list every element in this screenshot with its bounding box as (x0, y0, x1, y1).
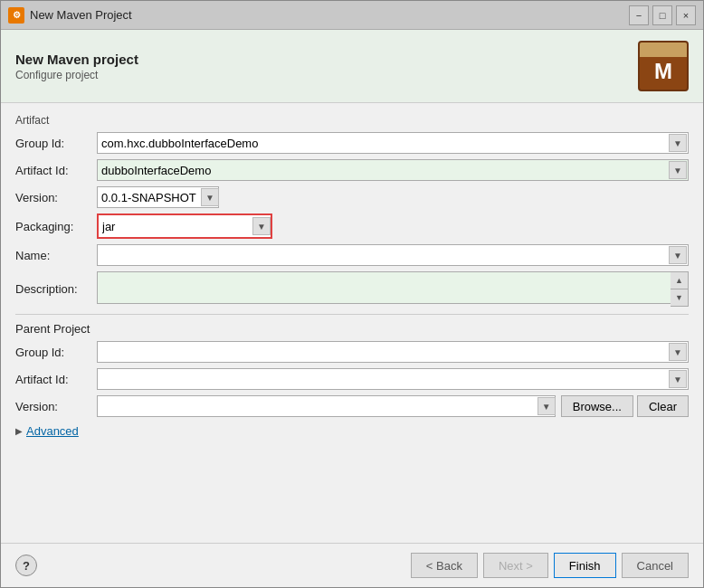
parent-version-label: Version: (15, 400, 97, 413)
group-id-label: Group Id: (15, 137, 97, 150)
advanced-link[interactable]: Advanced (26, 424, 79, 438)
artifact-id-label: Artifact Id: (15, 164, 97, 177)
parent-group-id-input-wrap: ▼ (97, 341, 689, 363)
next-button[interactable]: Next > (483, 553, 548, 578)
group-id-input-wrap: ▼ (97, 132, 689, 154)
title-bar: ⚙ New Maven Project − □ × (1, 1, 703, 30)
parent-artifact-id-dropdown-arrow[interactable]: ▼ (669, 370, 687, 388)
packaging-row: Packaging: jar war pom ear ▼ (15, 213, 689, 239)
description-arrows: ▲ ▼ (671, 271, 689, 307)
advanced-arrow-icon: ▶ (15, 426, 23, 436)
parent-group-id-row: Group Id: ▼ (15, 341, 689, 363)
artifact-id-input[interactable] (97, 159, 689, 181)
group-id-input[interactable] (97, 132, 689, 154)
clear-button[interactable]: Clear (637, 395, 689, 417)
header-subtitle: Configure project (15, 69, 638, 81)
parent-artifact-id-input[interactable] (97, 368, 689, 390)
cancel-button[interactable]: Cancel (622, 553, 689, 578)
packaging-select[interactable]: jar war pom ear (99, 215, 271, 237)
parent-artifact-id-input-wrap: ▼ (97, 368, 689, 390)
header-text: New Maven project Configure project (15, 52, 638, 81)
parent-section-label: Parent Project (15, 322, 689, 336)
packaging-dropdown-arrow[interactable]: ▼ (252, 217, 271, 235)
browse-button[interactable]: Browse... (561, 395, 633, 417)
parent-artifact-id-row: Artifact Id: ▼ (15, 368, 689, 390)
group-id-dropdown-arrow[interactable]: ▼ (669, 134, 687, 152)
name-label: Name: (15, 249, 97, 262)
help-button[interactable]: ? (15, 555, 37, 576)
packaging-select-wrap: jar war pom ear ▼ (97, 213, 272, 239)
artifact-id-input-wrap: ▼ (97, 159, 689, 181)
version-label: Version: (15, 191, 97, 204)
maven-logo: M (638, 41, 689, 91)
finish-button[interactable]: Finish (554, 553, 616, 578)
advanced-row[interactable]: ▶ Advanced (15, 424, 689, 438)
window-controls: − □ × (629, 5, 696, 25)
parent-version-dropdown-arrow[interactable]: ▼ (538, 397, 556, 415)
version-select-wrap: 0.0.1-SNAPSHOT ▼ (97, 186, 219, 208)
name-input[interactable] (97, 244, 689, 266)
divider-1 (15, 314, 689, 315)
name-row: Name: ▼ (15, 244, 689, 266)
parent-version-select-wrap: ▼ (97, 395, 556, 417)
description-label: Description: (15, 282, 97, 296)
artifact-id-dropdown-arrow[interactable]: ▼ (669, 161, 687, 179)
version-row: Version: 0.0.1-SNAPSHOT ▼ (15, 186, 689, 208)
button-bar: ? < Back Next > Finish Cancel (1, 543, 703, 587)
window-icon: ⚙ (8, 7, 24, 24)
artifact-section-label: Artifact (15, 114, 689, 127)
description-wrap: ▲ ▼ (97, 271, 689, 307)
dialog-window: ⚙ New Maven Project − □ × New Maven proj… (0, 0, 704, 588)
back-button[interactable]: < Back (411, 553, 478, 578)
content-area: Artifact Group Id: ▼ Artifact Id: ▼ Vers… (1, 103, 703, 543)
version-dropdown-arrow[interactable]: ▼ (201, 188, 219, 206)
header-area: New Maven project Configure project M (1, 30, 703, 103)
parent-version-row: Version: ▼ Browse... Clear (15, 395, 689, 417)
parent-version-select[interactable] (97, 395, 556, 417)
name-input-wrap: ▼ (97, 244, 689, 266)
parent-group-id-input[interactable] (97, 341, 689, 363)
window-title: New Maven Project (30, 8, 629, 22)
parent-group-id-label: Group Id: (15, 346, 97, 359)
description-input[interactable] (97, 271, 689, 304)
parent-artifact-id-label: Artifact Id: (15, 373, 97, 386)
group-id-row: Group Id: ▼ (15, 132, 689, 154)
description-down-arrow[interactable]: ▼ (671, 289, 688, 306)
description-up-arrow[interactable]: ▲ (671, 272, 688, 289)
description-row: Description: ▲ ▼ (15, 271, 689, 307)
minimize-button[interactable]: − (629, 5, 649, 25)
maximize-button[interactable]: □ (652, 5, 672, 25)
artifact-id-row: Artifact Id: ▼ (15, 159, 689, 181)
packaging-label: Packaging: (15, 220, 97, 233)
parent-group-id-dropdown-arrow[interactable]: ▼ (669, 343, 687, 361)
header-title: New Maven project (15, 52, 638, 67)
close-button[interactable]: × (676, 5, 696, 25)
name-dropdown-arrow[interactable]: ▼ (669, 246, 687, 264)
